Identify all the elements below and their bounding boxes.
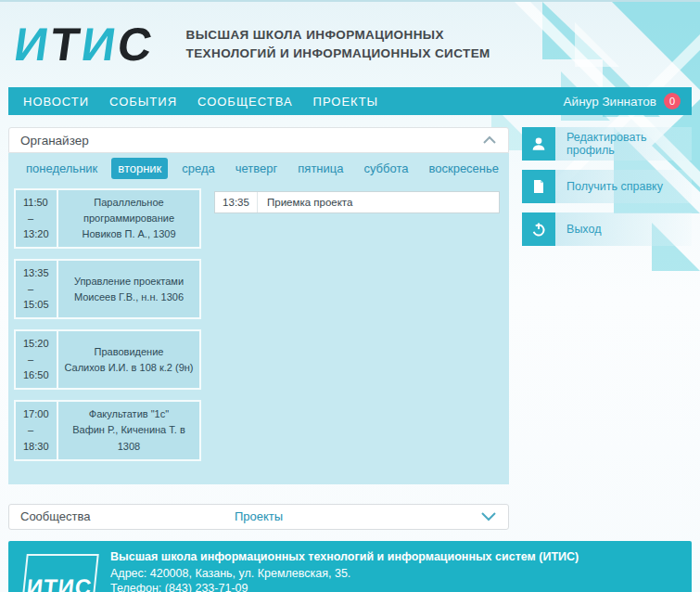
lesson-info: Факультатив "1с" Вафин Р., Киченина Т. в… [58, 402, 199, 458]
action-sidebar: Редактировать профиль Получить справку [522, 127, 692, 255]
event-item[interactable]: 13:35 Приемка проекта [214, 191, 500, 213]
chevron-up-icon[interactable] [482, 135, 497, 145]
get-certificate-button[interactable]: Получить справку [522, 170, 692, 203]
lesson-info: Параллельное программирование Новиков П.… [58, 190, 199, 247]
lesson-end: 16:50 [23, 367, 57, 383]
organizer-title: Органайзер [20, 134, 89, 148]
nav-item-projects[interactable]: ПРОЕКТЫ [313, 95, 379, 109]
lesson-time: 11:50 – 13:20 [16, 190, 58, 247]
lesson-title: Правовидение [64, 344, 194, 360]
organizer-panel-header[interactable]: Органайзер [8, 127, 509, 153]
lesson-time: 13:35 – 15:05 [16, 261, 58, 317]
time-separator: – [28, 422, 57, 438]
lesson-info: Правовидение Салихов И.И. в 108 к.2 (9н) [58, 331, 199, 388]
lesson-card: 17:00 – 18:30 Факультатив "1с" Вафин Р.,… [14, 400, 201, 460]
main-navbar: НОВОСТИ СОБЫТИЯ СООБЩЕСТВА ПРОЕКТЫ Айнур… [8, 87, 692, 115]
lesson-info: Управление проектами Моисеев Г.В., н.н. … [58, 261, 199, 317]
subtitle-line-1: ВЫСШАЯ ШКОЛА ИНФОРМАЦИОННЫХ [186, 26, 490, 45]
tab-wednesday[interactable]: среда [175, 158, 222, 179]
lesson-time: 17:00 – 18:30 [16, 402, 58, 458]
lesson-end: 13:20 [23, 226, 57, 242]
events-column: 13:35 Приемка проекта [201, 188, 503, 471]
lesson-start: 13:35 [23, 265, 57, 281]
lesson-end: 15:05 [23, 297, 57, 313]
lesson-details: Вафин Р., Киченина Т. в 1308 [64, 422, 194, 454]
lesson-time: 15:20 – 16:50 [16, 331, 58, 388]
lesson-start: 17:00 [23, 406, 57, 422]
lesson-start: 11:50 [23, 195, 57, 211]
tab-sunday[interactable]: воскресенье [422, 158, 505, 179]
logout-button[interactable]: Выход [522, 212, 692, 246]
nav-item-communities[interactable]: СООБЩЕСТВА [197, 95, 293, 109]
content-area: Органайзер понедельник вторник среда чет… [8, 127, 692, 530]
user-area[interactable]: Айнур Зиннатов 0 [564, 93, 681, 109]
time-separator: – [28, 352, 57, 367]
lesson-title: Параллельное программирование [64, 195, 194, 226]
tab-tuesday[interactable]: вторник [111, 158, 168, 179]
nav-item-events[interactable]: СОБЫТИЯ [109, 95, 177, 109]
tab-friday[interactable]: пятница [291, 158, 350, 179]
notification-badge[interactable]: 0 [664, 93, 681, 109]
projects-label[interactable]: Проекты [9, 509, 508, 523]
day-tabs: понедельник вторник среда четверг пятниц… [8, 153, 509, 184]
lesson-card: 13:35 – 15:05 Управление проектами Моисе… [14, 259, 201, 319]
lesson-details: Моисеев Г.В., н.н. 1306 [64, 290, 194, 305]
tab-saturday[interactable]: суббота [357, 158, 414, 179]
school-subtitle: ВЫСШАЯ ШКОЛА ИНФОРМАЦИОННЫХ ТЕХНОЛОГИЙ И… [186, 26, 490, 64]
user-name[interactable]: Айнур Зиннатов [564, 95, 656, 109]
lesson-details: Новиков П. А., 1309 [64, 226, 194, 242]
edit-profile-label: Редактировать профиль [555, 131, 692, 157]
edit-profile-button[interactable]: Редактировать профиль [522, 127, 692, 161]
lesson-title: Факультатив "1с" [64, 406, 194, 422]
event-title: Приемка проекта [258, 197, 352, 208]
lesson-title: Управление проектами [64, 274, 194, 290]
lesson-start: 15:20 [23, 336, 57, 352]
lesson-details: Салихов И.И. в 108 к.2 (9н) [64, 360, 194, 376]
nav-item-news[interactable]: НОВОСТИ [23, 95, 89, 109]
footer-itis-logo: ИТИС [19, 554, 99, 592]
user-icon [522, 127, 555, 161]
footer-contacts: Высшая школа информационных технологий и… [110, 549, 579, 592]
communities-projects-bar[interactable]: Сообщества Проекты [8, 504, 509, 530]
document-icon [522, 170, 555, 203]
footer-org-name: Высшая школа информационных технологий и… [110, 549, 579, 564]
time-separator: – [28, 281, 57, 297]
logo-letter: С [114, 19, 158, 71]
organizer-body: 11:50 – 13:20 Параллельное программирова… [8, 184, 509, 484]
get-certificate-label: Получить справку [555, 180, 663, 193]
time-separator: – [28, 211, 57, 226]
footer-phone: Телефон: (843) 233-71-09 [110, 581, 579, 592]
page: ИТИС ВЫСШАЯ ШКОЛА ИНФОРМАЦИОННЫХ ТЕХНОЛО… [0, 0, 700, 592]
footer-address: Адрес: 420008, Казань, ул. Кремлевская, … [110, 566, 579, 581]
tab-monday[interactable]: понедельник [19, 158, 104, 179]
lesson-card: 15:20 – 16:50 Правовидение Салихов И.И. … [14, 329, 201, 390]
site-footer: ИТИС Высшая школа информационных техноло… [8, 541, 692, 592]
event-time: 13:35 [215, 192, 258, 212]
itis-logo[interactable]: ИТИС [11, 21, 158, 68]
subtitle-line-2: ТЕХНОЛОГИЙ И ИНФОРМАЦИОННЫХ СИСТЕМ [186, 45, 490, 63]
lesson-card: 11:50 – 13:20 Параллельное программирова… [14, 188, 201, 249]
lessons-column: 11:50 – 13:20 Параллельное программирова… [14, 188, 201, 471]
power-icon [522, 212, 555, 246]
logout-label: Выход [555, 223, 601, 236]
lesson-end: 18:30 [23, 439, 57, 455]
site-header: ИТИС ВЫСШАЯ ШКОЛА ИНФОРМАЦИОННЫХ ТЕХНОЛО… [0, 2, 700, 87]
organizer-column: Органайзер понедельник вторник среда чет… [8, 127, 509, 530]
tab-thursday[interactable]: четверг [229, 158, 285, 179]
